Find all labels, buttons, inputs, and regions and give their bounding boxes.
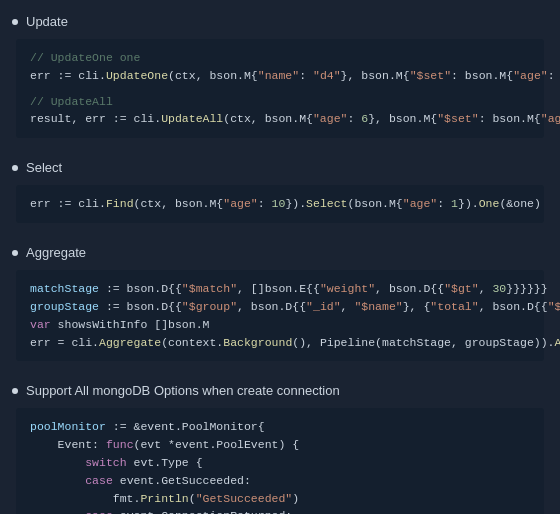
section-select: Select err := cli.Find(ctx, bson.M{"age"…	[0, 154, 560, 223]
code-block-aggregate: matchStage := bson.D{{"$match", []bson.E…	[16, 270, 544, 361]
section-title-aggregate: Aggregate	[26, 245, 86, 260]
code-line: matchStage := bson.D{{"$match", []bson.E…	[30, 280, 530, 298]
bullet-aggregate	[12, 250, 18, 256]
code-line: switch evt.Type {	[30, 454, 530, 472]
section-support: Support All mongoDB Options when create …	[0, 377, 560, 514]
code-line: // UpdateOne one	[30, 49, 530, 67]
code-line: Event: func(evt *event.PoolEvent) {	[30, 436, 530, 454]
code-line: err = cli.Aggregate(context.Background()…	[30, 334, 530, 352]
code-line: groupStage := bson.D{{"$group", bson.D{{…	[30, 298, 530, 316]
code-line: case event.ConnectionReturned:	[30, 507, 530, 514]
bullet-support	[12, 388, 18, 394]
section-header-update: Update	[0, 8, 560, 35]
page-container: Update // UpdateOne one err := cli.Updat…	[0, 0, 560, 514]
code-line: result, err := cli.UpdateAll(ctx, bson.M…	[30, 110, 530, 128]
code-line: // UpdateAll	[30, 93, 530, 111]
section-header-support: Support All mongoDB Options when create …	[0, 377, 560, 404]
section-update: Update // UpdateOne one err := cli.Updat…	[0, 8, 560, 138]
section-title-support: Support All mongoDB Options when create …	[26, 383, 340, 398]
section-title-select: Select	[26, 160, 62, 175]
code-block-update: // UpdateOne one err := cli.UpdateOne(ct…	[16, 39, 544, 138]
code-line: var showsWithInfo []bson.M	[30, 316, 530, 334]
code-line: err := cli.Find(ctx, bson.M{"age": 10}).…	[30, 195, 530, 213]
code-spacer	[30, 85, 530, 93]
section-header-select: Select	[0, 154, 560, 181]
code-block-select: err := cli.Find(ctx, bson.M{"age": 10}).…	[16, 185, 544, 223]
code-block-support: poolMonitor := &event.PoolMonitor{ Event…	[16, 408, 544, 514]
code-line: err := cli.UpdateOne(ctx, bson.M{"name":…	[30, 67, 530, 85]
bullet-select	[12, 165, 18, 171]
bullet-update	[12, 19, 18, 25]
section-title-update: Update	[26, 14, 68, 29]
section-aggregate: Aggregate matchStage := bson.D{{"$match"…	[0, 239, 560, 361]
code-line: fmt.Println("GetSucceeded")	[30, 490, 530, 508]
code-line: poolMonitor := &event.PoolMonitor{	[30, 418, 530, 436]
code-line: case event.GetSucceeded:	[30, 472, 530, 490]
section-header-aggregate: Aggregate	[0, 239, 560, 266]
